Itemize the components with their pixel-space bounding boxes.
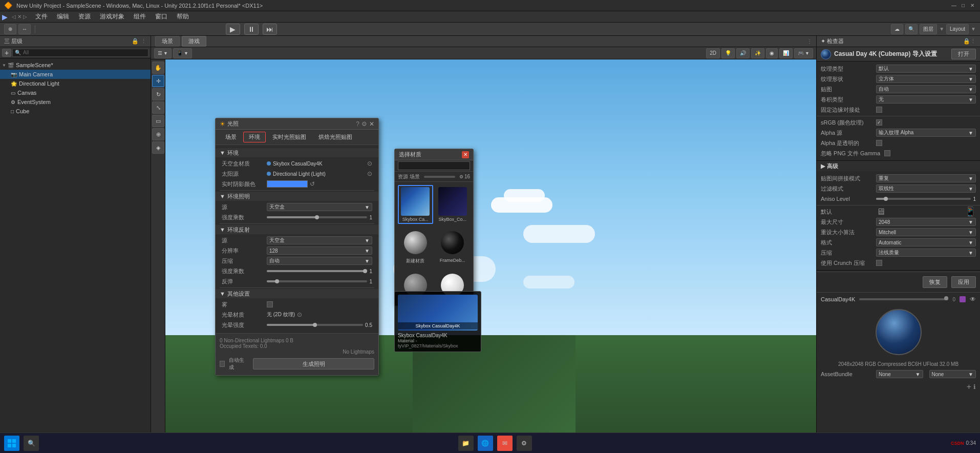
edge-checkbox[interactable]: [876, 107, 882, 113]
cloud-btn[interactable]: ☁: [891, 24, 903, 34]
lighting-tab-bake[interactable]: 烘焙光照贴图: [313, 132, 358, 142]
env-source-dropdown[interactable]: 天空盒▼: [267, 203, 372, 211]
revert-btn[interactable]: 恢复: [923, 276, 947, 288]
compression-dropdown[interactable]: 法线质量▼: [876, 249, 976, 257]
hier-cube[interactable]: □ Cube: [0, 107, 151, 116]
step-btn[interactable]: ⏭: [263, 24, 277, 35]
env-reflect-source-dropdown[interactable]: 天空盒▼: [267, 236, 372, 244]
search-btn[interactable]: 🔍: [905, 24, 918, 34]
tool-move[interactable]: ✛: [152, 75, 164, 87]
select-material-close-btn[interactable]: ✕: [462, 151, 469, 158]
tool-hand[interactable]: ✋: [152, 61, 164, 74]
select-material-search-input[interactable]: [398, 161, 470, 170]
alpha-source-dropdown[interactable]: 输入纹理 Alpha▼: [876, 129, 976, 137]
tool-rotate[interactable]: ↻: [152, 88, 164, 100]
filter-slider[interactable]: [424, 176, 455, 178]
apply-btn[interactable]: 应用: [951, 276, 976, 288]
tool-custom[interactable]: ◈: [152, 141, 164, 154]
menu-window[interactable]: 窗口: [151, 11, 172, 22]
menu-file[interactable]: 文件: [31, 11, 52, 22]
crunch-checkbox[interactable]: [876, 260, 882, 266]
sel-mat-framedebug[interactable]: FrameDeb...: [435, 226, 471, 266]
inspector-advanced-section[interactable]: ▶ 高级: [817, 161, 980, 171]
menu-component[interactable]: 组件: [130, 11, 150, 22]
lighting-close-btn[interactable]: ✕: [369, 120, 374, 128]
layout-btn[interactable]: Layout: [946, 24, 969, 34]
lighting-tab-scene[interactable]: 场景: [220, 132, 242, 142]
lighting-settings-icon[interactable]: ⚙: [361, 120, 367, 128]
tab-game[interactable]: 游戏: [182, 36, 206, 47]
format-dropdown[interactable]: Automatic▼: [876, 238, 976, 246]
sel-mat-skybox-cold[interactable]: SkyBox_Co...: [435, 185, 471, 224]
scene-fx-btn[interactable]: ✨: [751, 48, 764, 58]
taskbar-mail[interactable]: ✉: [497, 436, 513, 451]
aniso-slider[interactable]: 1: [876, 196, 976, 202]
scene-gizmo-btn[interactable]: ◉: [766, 48, 778, 58]
select-material-search[interactable]: [395, 160, 473, 172]
play-btn[interactable]: ▶: [226, 24, 240, 35]
menu-edit[interactable]: 编辑: [53, 11, 73, 22]
lighting-tab-env[interactable]: 环境: [243, 132, 266, 142]
sun-source-pick-btn[interactable]: ⊙: [367, 170, 372, 177]
color-swatch-small[interactable]: [960, 296, 966, 302]
scene-gizmos-btn[interactable]: 🎮 ▼: [794, 48, 813, 58]
scene-audio-btn[interactable]: 🔊: [736, 48, 750, 58]
menu-gameobject[interactable]: 游戏对象: [96, 11, 129, 22]
scene-aspect-btn[interactable]: 📱 ▼: [173, 48, 192, 58]
alpha-transparent-checkbox[interactable]: [876, 140, 882, 146]
hier-scene[interactable]: ▼ 🎬 SampleScene*: [0, 60, 151, 70]
scene-light-btn[interactable]: 💡: [721, 48, 735, 58]
fog-checkbox[interactable]: [267, 301, 273, 307]
sel-mat-new-material[interactable]: 新建材质: [398, 226, 433, 266]
eye-icon[interactable]: 👁: [970, 296, 976, 303]
shadow-color-reset-btn[interactable]: ↺: [310, 180, 315, 188]
wrap-mode-dropdown[interactable]: 重复▼: [876, 174, 976, 182]
inspector-menu-icon[interactable]: ⋮: [970, 38, 976, 45]
shadow-color-swatch[interactable]: [267, 180, 308, 188]
taskbar-explorer[interactable]: 📁: [458, 436, 474, 451]
minimize-btn[interactable]: —: [950, 2, 957, 9]
inspector-info-btn[interactable]: ℹ: [973, 383, 976, 390]
tool-rect[interactable]: ▭: [152, 115, 164, 127]
toolbar-move-btn[interactable]: ↔: [18, 24, 31, 34]
resize-algo-dropdown[interactable]: Mitchell▼: [876, 228, 976, 236]
convolution-dropdown[interactable]: 无▼: [876, 95, 976, 104]
env-reflect-resolution-dropdown[interactable]: 128▼: [267, 246, 372, 255]
light-material-pick-btn[interactable]: ⊙: [297, 311, 302, 318]
tab-scene[interactable]: 场景: [155, 36, 180, 47]
maximize-btn[interactable]: □: [960, 2, 967, 9]
scene-display-btn[interactable]: ☰ ▼: [154, 48, 172, 58]
inspector-open-btn[interactable]: 打开: [951, 49, 976, 59]
png-gamma-checkbox[interactable]: [884, 150, 890, 156]
hier-main-camera[interactable]: 📷 Main Camera: [0, 70, 151, 79]
inspector-add-btn[interactable]: +: [967, 382, 971, 392]
menu-help[interactable]: 帮助: [173, 11, 193, 22]
assetbundle-variant-dropdown[interactable]: None▼: [929, 370, 976, 378]
asset-slider[interactable]: [859, 298, 948, 300]
tool-scale[interactable]: ⤡: [152, 101, 164, 114]
scene-stats-btn[interactable]: 📊: [779, 48, 793, 58]
hierarchy-lock-icon[interactable]: 🔒: [132, 38, 139, 45]
max-size-dropdown[interactable]: 2048▼: [876, 218, 976, 226]
lighting-tab-realtime[interactable]: 实时光照贴图: [267, 132, 312, 142]
texture-type-dropdown[interactable]: 默认▼: [876, 65, 976, 73]
toolbar-transform-btn[interactable]: ⊕: [4, 24, 16, 34]
view-tab-menu[interactable]: ⋮: [807, 38, 812, 44]
search-taskbar-btn[interactable]: 🔍: [24, 436, 39, 451]
lighting-panel-header[interactable]: ☀ 光照 ? ⚙ ✕: [216, 118, 378, 130]
inspector-lock-icon[interactable]: 🔒: [963, 38, 970, 45]
hierarchy-tab[interactable]: 三 层级: [4, 37, 23, 45]
assetbundle-dropdown[interactable]: None▼: [876, 370, 923, 378]
taskbar-browser[interactable]: 🌐: [478, 436, 493, 451]
hier-directional-light[interactable]: 🌟 Directional Light: [0, 79, 151, 88]
hierarchy-search[interactable]: 🔍 All: [12, 49, 148, 57]
hier-canvas[interactable]: ▭ Canvas: [0, 88, 151, 97]
taskbar-settings[interactable]: ⚙: [517, 436, 532, 451]
generate-lighting-btn[interactable]: 生成照明: [253, 358, 374, 369]
tool-transform[interactable]: ⊕: [152, 128, 164, 140]
sel-mat-skybox-casual[interactable]: Skybox Ca...: [398, 185, 433, 224]
auto-generate-checkbox[interactable]: [220, 361, 225, 367]
srgb-checkbox[interactable]: ✓: [876, 119, 882, 126]
menu-assets[interactable]: 资源: [74, 11, 95, 22]
pause-btn[interactable]: ⏸: [244, 24, 259, 35]
